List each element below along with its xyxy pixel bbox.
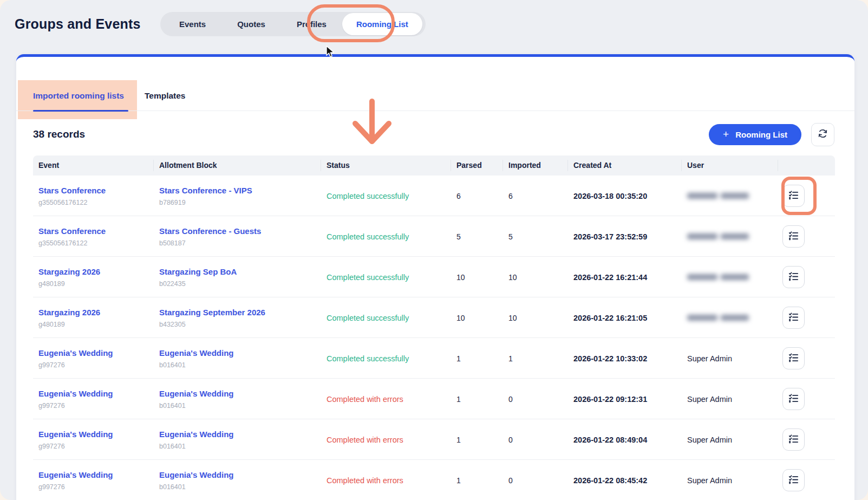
created-at: 2026-01-22 08:49:04 bbox=[568, 436, 682, 444]
page-title: Groups and Events bbox=[15, 16, 141, 32]
event-id: g355056176122 bbox=[38, 199, 154, 206]
allotment-block-link[interactable]: Stargazing Sep BoA bbox=[159, 267, 321, 276]
created-at: 2026-01-22 10:33:02 bbox=[568, 354, 682, 363]
event-link[interactable]: Stars Conference bbox=[38, 226, 154, 236]
view-details-button[interactable] bbox=[782, 428, 805, 451]
refresh-icon bbox=[817, 128, 828, 141]
view-details-button[interactable] bbox=[782, 469, 805, 491]
created-at: 2026-03-18 00:35:20 bbox=[568, 192, 682, 200]
checklist-icon bbox=[788, 352, 799, 365]
event-link[interactable]: Eugenia's Wedding bbox=[38, 470, 154, 479]
parsed-count: 10 bbox=[451, 314, 503, 322]
event-link[interactable]: Eugenia's Wedding bbox=[38, 348, 154, 358]
created-at: 2026-01-22 16:21:05 bbox=[568, 314, 682, 322]
tab-events[interactable]: Events bbox=[164, 12, 221, 36]
actions-cell bbox=[778, 338, 835, 379]
event-cell: Stargazing 2026 g480189 bbox=[33, 267, 154, 288]
event-link[interactable]: Stars Conference bbox=[38, 186, 154, 195]
status-text: Completed successfully bbox=[321, 354, 451, 363]
allotment-block-link[interactable]: Eugenia's Wedding bbox=[159, 430, 321, 439]
user-name bbox=[682, 193, 778, 199]
rooming-lists-table: Event Allotment Block Status Parsed Impo… bbox=[33, 155, 835, 500]
imported-count: 6 bbox=[503, 192, 568, 200]
checklist-icon bbox=[788, 230, 799, 243]
allotment-block-cell: Stargazing September 2026 b432305 bbox=[154, 308, 321, 328]
actions-cell bbox=[778, 176, 835, 216]
add-rooming-list-label: Rooming List bbox=[735, 130, 787, 139]
col-header-parsed: Parsed bbox=[451, 160, 503, 171]
checklist-icon bbox=[788, 190, 799, 203]
table-row: Eugenia's Wedding g997276 Eugenia's Wedd… bbox=[33, 419, 835, 460]
allotment-block-cell: Eugenia's Wedding b016401 bbox=[154, 348, 321, 369]
table-row: Eugenia's Wedding g997276 Eugenia's Wedd… bbox=[33, 379, 835, 419]
checklist-icon bbox=[788, 474, 799, 487]
table-row: Eugenia's Wedding g997276 Eugenia's Wedd… bbox=[33, 338, 835, 379]
checklist-icon bbox=[788, 393, 799, 406]
allotment-block-id: b508187 bbox=[159, 239, 321, 247]
col-header-actions bbox=[778, 160, 835, 171]
view-details-button[interactable] bbox=[782, 307, 805, 329]
status-text: Completed successfully bbox=[321, 273, 451, 282]
plus-icon: + bbox=[723, 129, 729, 139]
allotment-block-cell: Eugenia's Wedding b016401 bbox=[154, 430, 321, 450]
event-link[interactable]: Eugenia's Wedding bbox=[38, 430, 154, 439]
event-link[interactable]: Stargazing 2026 bbox=[38, 267, 154, 276]
event-cell: Eugenia's Wedding g997276 bbox=[33, 430, 154, 450]
table-toolbar: 38 records + Rooming List bbox=[16, 123, 854, 146]
user-name: Super Admin bbox=[682, 476, 778, 485]
view-details-button[interactable] bbox=[782, 225, 805, 248]
allotment-block-cell: Stars Conference - Guests b508187 bbox=[154, 226, 321, 247]
user-name bbox=[682, 233, 778, 239]
event-link[interactable]: Stargazing 2026 bbox=[38, 308, 154, 317]
checklist-icon bbox=[788, 271, 799, 284]
status-text: Completed successfully bbox=[321, 314, 451, 322]
imported-count: 0 bbox=[503, 395, 568, 404]
table-row: Stars Conference g355056176122 Stars Con… bbox=[33, 176, 835, 216]
allotment-block-link[interactable]: Stars Conference - VIPS bbox=[159, 186, 321, 195]
view-details-button[interactable] bbox=[782, 266, 805, 288]
user-name bbox=[682, 315, 778, 321]
tab-quotes[interactable]: Quotes bbox=[221, 12, 281, 36]
event-cell: Stars Conference g355056176122 bbox=[33, 186, 154, 206]
tab-rooming-list[interactable]: Rooming List bbox=[342, 13, 422, 35]
status-text: Completed successfully bbox=[321, 232, 451, 241]
allotment-block-link[interactable]: Eugenia's Wedding bbox=[159, 470, 321, 479]
allotment-block-id: b016401 bbox=[159, 402, 321, 410]
imported-count: 0 bbox=[503, 476, 568, 485]
event-id: g997276 bbox=[38, 443, 154, 450]
parsed-count: 10 bbox=[451, 273, 503, 282]
table-row: Stars Conference g355056176122 Stars Con… bbox=[33, 216, 835, 257]
allotment-block-id: b016401 bbox=[159, 483, 321, 491]
imported-count: 5 bbox=[503, 232, 568, 241]
view-details-button[interactable] bbox=[782, 388, 805, 410]
parsed-count: 1 bbox=[451, 436, 503, 444]
parsed-count: 5 bbox=[451, 232, 503, 241]
blurred-user-name bbox=[687, 315, 778, 321]
col-header-status: Status bbox=[321, 160, 451, 171]
add-rooming-list-button[interactable]: + Rooming List bbox=[709, 124, 801, 145]
event-id: g480189 bbox=[38, 280, 154, 288]
view-details-button[interactable] bbox=[782, 347, 805, 369]
refresh-button[interactable] bbox=[811, 123, 834, 146]
allotment-block-link[interactable]: Stars Conference - Guests bbox=[159, 226, 321, 236]
col-header-allotment-block: Allotment Block bbox=[154, 160, 321, 171]
allotment-block-link[interactable]: Eugenia's Wedding bbox=[159, 348, 321, 358]
allotment-block-link[interactable]: Stargazing September 2026 bbox=[159, 308, 321, 317]
created-at: 2026-01-22 16:21:44 bbox=[568, 273, 682, 282]
event-cell: Eugenia's Wedding g997276 bbox=[33, 348, 154, 369]
view-details-button[interactable] bbox=[782, 185, 805, 207]
allotment-block-link[interactable]: Eugenia's Wedding bbox=[159, 389, 321, 398]
status-text: Completed with errors bbox=[321, 476, 451, 485]
tab-profiles[interactable]: Profiles bbox=[281, 12, 342, 36]
imported-count: 1 bbox=[503, 354, 568, 363]
created-at: 2026-01-22 09:12:31 bbox=[568, 395, 682, 404]
subtab-templates[interactable]: Templates bbox=[145, 91, 193, 111]
user-name: Super Admin bbox=[682, 436, 778, 444]
allotment-block-id: b016401 bbox=[159, 443, 321, 450]
event-link[interactable]: Eugenia's Wedding bbox=[38, 389, 154, 398]
subtab-bar: Imported rooming lists Templates bbox=[16, 83, 854, 111]
top-tab-bar: Events Quotes Profiles Rooming List bbox=[160, 12, 426, 36]
records-count: 38 records bbox=[33, 128, 85, 140]
subtab-imported-rooming-lists[interactable]: Imported rooming lists bbox=[33, 91, 132, 111]
allotment-block-cell: Stargazing Sep BoA b022435 bbox=[154, 267, 321, 288]
